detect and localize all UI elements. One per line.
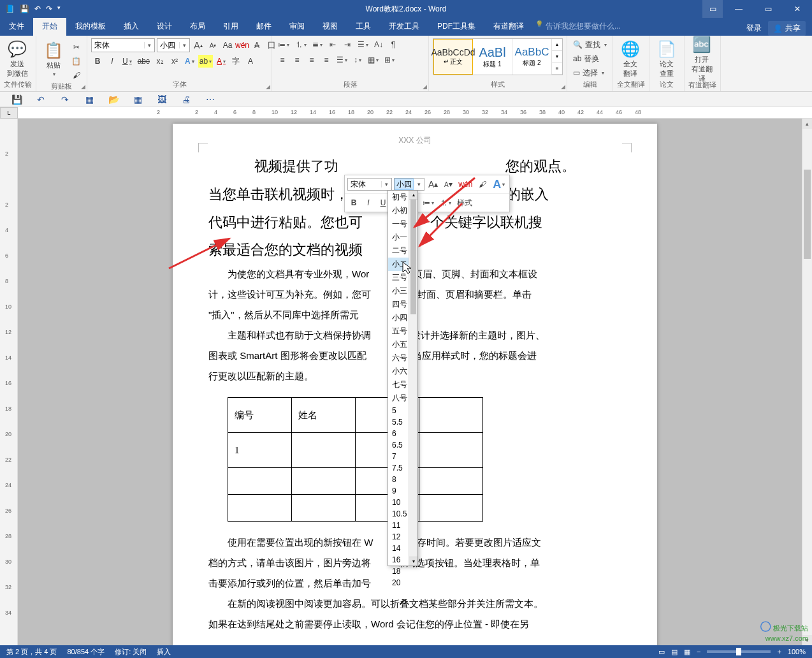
tab-pdf-tools[interactable]: PDF工具集	[428, 17, 484, 36]
increase-indent-button[interactable]: ⇥	[341, 38, 354, 51]
paragraph-launcher-icon[interactable]: ◢	[423, 84, 427, 90]
font-color-button[interactable]: A▾	[215, 55, 228, 68]
select-button[interactable]: ▭选择▾	[571, 66, 609, 79]
mini-italic-button[interactable]: I	[362, 196, 375, 210]
line-spacing-button[interactable]: ↕▾	[351, 54, 364, 66]
styles-more-icon[interactable]: ≡	[552, 62, 562, 75]
shading-button[interactable]: ▦▾	[366, 54, 381, 66]
numbering-button[interactable]: ⒈▾	[293, 38, 308, 51]
qat-save-icon[interactable]: 💾	[20, 4, 29, 13]
tab-references[interactable]: 引用	[214, 17, 247, 36]
tab-file[interactable]: 文件	[0, 17, 33, 36]
qat-print-button[interactable]: 🖨	[180, 93, 192, 106]
copy-button[interactable]: 📋	[69, 55, 83, 68]
strikethrough-button[interactable]: abc	[136, 55, 152, 68]
mini-shrink-font-button[interactable]: A▾	[442, 177, 454, 191]
change-case-button[interactable]: Aa	[221, 39, 234, 52]
qat-redo-icon[interactable]: ↷	[46, 4, 52, 13]
decrease-indent-button[interactable]: ⇤	[326, 38, 339, 51]
qat-table-button[interactable]: ▦	[131, 93, 144, 106]
paste-button[interactable]: 📋 粘贴▾	[40, 38, 67, 80]
qat-picture-button[interactable]: 🖼	[156, 93, 168, 106]
chevron-down-icon[interactable]: ▾	[144, 42, 154, 48]
replace-button[interactable]: ab替换	[571, 52, 609, 65]
zoom-thumb[interactable]	[736, 648, 741, 655]
view-web-button[interactable]: ▦	[684, 648, 690, 656]
tab-review[interactable]: 审阅	[280, 17, 314, 36]
qat-new-button[interactable]: ▦	[83, 93, 96, 106]
qat-save-button[interactable]: 💾	[10, 93, 23, 106]
tab-youdao-translate[interactable]: 有道翻译	[484, 17, 533, 36]
zoom-percentage[interactable]: 100%	[788, 648, 806, 655]
tab-view[interactable]: 视图	[314, 17, 347, 36]
status-track-changes[interactable]: 修订: 关闭	[115, 647, 147, 657]
bullets-button[interactable]: ≔▾	[276, 38, 291, 51]
open-youdao-button[interactable]: 🔤 打开 有道翻译	[688, 38, 715, 80]
enclose-char-button[interactable]: 字	[229, 55, 242, 68]
align-center-button[interactable]: ≡	[291, 54, 303, 66]
font-size-dropdown[interactable]: ▴ ▾ 初号小初一号小一二号小二三号小三四号小四五号小五六号小六七号八号55.5…	[388, 190, 418, 566]
mini-font-size-combo[interactable]: ▾	[394, 178, 424, 191]
status-page[interactable]: 第 2 页，共 4 页	[6, 647, 57, 657]
shrink-font-button[interactable]: A▾	[207, 39, 219, 52]
mini-grow-font-button[interactable]: A▴	[426, 177, 440, 191]
mini-format-painter-button[interactable]: 🖌	[476, 177, 489, 191]
style-heading1[interactable]: AaBl 标题 1	[473, 39, 512, 75]
text-effects-button[interactable]: A▾	[183, 55, 196, 68]
scroll-thumb[interactable]	[804, 170, 811, 259]
send-to-wechat-button[interactable]: 💬 发送 到微信	[4, 38, 31, 80]
vertical-ruler[interactable]: 2246810121416182022242628303234	[0, 119, 18, 645]
zoom-slider[interactable]	[707, 650, 771, 653]
ruler-tab-selector[interactable]: L	[0, 107, 18, 119]
scroll-up-icon[interactable]: ▴	[409, 191, 417, 200]
subscript-button[interactable]: x₂	[154, 55, 166, 68]
cut-button[interactable]: ✂	[69, 41, 83, 54]
scroll-thumb[interactable]	[410, 200, 416, 314]
mini-phonetic-button[interactable]: wén	[456, 177, 474, 191]
font-size-option[interactable]: 18	[388, 566, 417, 577]
tab-home[interactable]: 开始	[33, 17, 66, 36]
paper-check-button[interactable]: 📄 论文 查重	[653, 38, 680, 80]
highlight-button[interactable]: ab▾	[198, 55, 213, 68]
close-button[interactable]: ✕	[783, 0, 812, 18]
zoom-out-button[interactable]: −	[697, 648, 700, 655]
bold-button[interactable]: B	[91, 55, 104, 68]
scroll-up-icon[interactable]: ▴	[802, 119, 812, 129]
ribbon-display-options-icon[interactable]: ▭	[702, 0, 723, 18]
grow-font-button[interactable]: A▴	[192, 39, 205, 52]
superscript-button[interactable]: x²	[168, 55, 181, 68]
tab-layout[interactable]: 布局	[181, 17, 214, 36]
format-painter-button[interactable]: 🖌	[69, 69, 83, 82]
scroll-down-icon[interactable]: ▾	[409, 557, 417, 566]
char-shading-button[interactable]: A	[244, 55, 257, 68]
chevron-down-icon[interactable]: ▾	[179, 42, 189, 48]
qat-undo-button[interactable]: ↶	[34, 93, 47, 106]
align-right-button[interactable]: ≡	[305, 54, 318, 66]
tab-insert[interactable]: 插入	[115, 17, 148, 36]
tab-design[interactable]: 设计	[148, 17, 181, 36]
tab-my-templates[interactable]: 我的模板	[66, 17, 115, 36]
underline-button[interactable]: U▾	[120, 55, 134, 68]
tell-me-input[interactable]: 告诉我您想要做什么...	[533, 17, 630, 36]
zoom-in-button[interactable]: +	[777, 648, 781, 655]
horizontal-ruler[interactable]: 2246810121416182022242628303234363840424…	[18, 107, 812, 119]
dropdown-scrollbar[interactable]: ▴ ▾	[409, 191, 417, 566]
style-normal[interactable]: AaBbCcDd ↵ 正文	[433, 39, 473, 75]
view-read-button[interactable]: ▭	[658, 648, 665, 656]
styles-up-icon[interactable]: ▴	[552, 39, 562, 51]
tab-tools[interactable]: 工具	[347, 17, 380, 36]
distribute-button[interactable]: ☰▾	[335, 54, 349, 66]
mini-styles-button[interactable]: A▾	[491, 177, 507, 191]
qat-open-button[interactable]: 📂	[107, 93, 120, 106]
font-size-combo[interactable]: ▾	[157, 38, 190, 52]
mini-styles-label[interactable]: 样式	[455, 196, 474, 210]
qat-dropdown-icon[interactable]: ▾	[57, 4, 61, 13]
sort-button[interactable]: A↓	[372, 38, 385, 51]
font-size-option[interactable]: 20	[388, 577, 417, 589]
asian-layout-button[interactable]: ☰▾	[356, 38, 370, 51]
tab-developer[interactable]: 开发工具	[380, 17, 428, 36]
status-insert-mode[interactable]: 插入	[157, 647, 171, 657]
font-name-combo[interactable]: ▾	[91, 38, 155, 52]
document-table[interactable]: 编号 姓名 1	[228, 397, 483, 522]
mini-bold-button[interactable]: B	[347, 196, 360, 210]
